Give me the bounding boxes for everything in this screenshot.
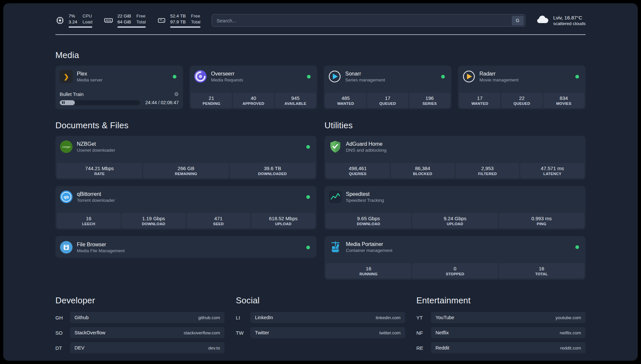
bookmark-row-reddit: RE Reddit reddit.com	[416, 342, 586, 353]
stat-upload: 9.24 Gbps UPLOAD	[412, 213, 498, 228]
service-name: AdGuard Home	[346, 141, 386, 147]
stat-label: PENDING	[192, 102, 230, 106]
service-text: Speedtest Speedtest Tracking	[346, 191, 384, 203]
bookmarks-entertainment: Entertainment YT YouTube youtube.com NF …	[416, 295, 586, 357]
disk-readout: 52.4 TB Free 97.9 TB Total	[170, 13, 200, 28]
stat-queued: 22 QUEUED	[501, 93, 542, 108]
bookmark-url: twitter.com	[379, 330, 401, 335]
disk-free-label: Free	[191, 13, 200, 19]
playback-progress-bar[interactable]	[60, 100, 140, 105]
bookmark-name: Reddit	[436, 345, 449, 350]
stat-label: AVAILABLE	[276, 102, 315, 106]
stat-label: TOTAL	[500, 272, 583, 276]
bookmark-abbr: LI	[236, 315, 250, 320]
documents-cards: nzbget NZBGet Usenet downloader 74	[55, 136, 317, 258]
bookmark-link-linkedin[interactable]: LinkedIn linkedin.com	[250, 312, 405, 323]
qbittorrent-icon-text: qb	[64, 195, 69, 199]
stat-queued: 17 QUEUED	[367, 93, 408, 108]
service-card-sonarr[interactable]: Sonarr Series management 485 WANTED 17 Q…	[324, 66, 451, 109]
stat-stopped: 0 STOPPED	[412, 263, 498, 278]
service-card-radarr[interactable]: Radarr Movie management 17 WANTED 22 QUE…	[458, 66, 586, 109]
bookmark-link-github[interactable]: Github github.com	[70, 312, 225, 323]
sonarr-stats: 485 WANTED 17 QUEUED 196 SERIES	[325, 93, 450, 108]
bookmark-link-netflix[interactable]: Netflix netflix.com	[431, 327, 586, 338]
pause-icon[interactable]	[62, 101, 65, 104]
service-card-adguard[interactable]: AdGuard Home DNS and adblocking 498,461 …	[324, 136, 586, 179]
stat-leech: 16 LEECH	[57, 213, 121, 228]
stat-value: 945	[276, 95, 315, 101]
weather-widget: Lviv, 16.87°C scattered clouds	[535, 15, 586, 26]
service-card-filebrowser[interactable]: File Browser Media File Management	[55, 236, 317, 258]
playback-time: 24:44 / 02:06:47	[145, 100, 179, 105]
gear-icon[interactable]: ⚙	[174, 92, 179, 97]
bookmark-url: stackoverflow.com	[184, 330, 220, 335]
stat-label: LATENCY	[522, 172, 583, 176]
stat-value: 86,384	[392, 166, 453, 171]
search-provider-button[interactable]: G	[512, 16, 524, 25]
stat-ping: 0.993 ms PING	[499, 213, 584, 228]
bookmark-abbr: NF	[416, 330, 431, 336]
service-desc: Media server	[77, 77, 103, 82]
qbittorrent-stats: 16 LEECH 1.19 Gbps DOWNLOAD 471 SEED	[57, 213, 315, 228]
stat-label: DOWNLOAD	[123, 222, 184, 226]
stat-value: 9.24 Gbps	[413, 216, 496, 221]
utilities-cards: AdGuard Home DNS and adblocking 498,461 …	[324, 136, 586, 280]
service-text: File Browser Media File Management	[77, 242, 125, 253]
stat-upload: 618.52 Mbps UPLOAD	[251, 213, 315, 228]
disk-total-label: Total	[191, 19, 200, 25]
top-bar: 7% CPU 3.24 Load	[55, 13, 586, 28]
stat-movies: 834 MOVIES	[543, 93, 584, 108]
search-input[interactable]	[217, 18, 512, 23]
stat-value: 266 GB	[144, 166, 227, 171]
service-text: Overseerr Media Requests	[211, 71, 243, 82]
utilities-section: Utilities	[324, 120, 586, 280]
bookmark-name: Twitter	[255, 330, 269, 335]
developer-title: Developer	[55, 295, 225, 306]
service-card-portainer[interactable]: Media Portainer Container management 16 …	[324, 236, 586, 280]
bookmarks-social: Social LI LinkedIn linkedin.com TW Twitt…	[236, 295, 405, 342]
stat-label: QUERIES	[327, 172, 388, 176]
service-text: Radarr Movie management	[479, 71, 519, 82]
bookmark-url: github.com	[198, 315, 220, 320]
stat-seed: 471 SEED	[187, 213, 251, 228]
bookmark-name: StackOverflow	[75, 330, 105, 335]
service-card-overseerr[interactable]: Overseerr Media Requests 21 PENDING 40 A…	[190, 66, 317, 109]
service-card-nzbget[interactable]: nzbget NZBGet Usenet downloader 74	[55, 136, 317, 179]
content-shell: 7% CPU 3.24 Load	[3, 3, 638, 361]
memory-total-value: 64 GiB	[117, 19, 131, 25]
bookmark-link-dev[interactable]: DEV dev.to	[70, 342, 225, 353]
bookmark-name: LinkedIn	[255, 315, 273, 320]
bookmark-link-stackoverflow[interactable]: StackOverflow stackoverflow.com	[70, 327, 225, 338]
disk-free-value: 52.4 TB	[170, 13, 186, 19]
status-dot	[307, 75, 311, 78]
bookmark-link-twitter[interactable]: Twitter twitter.com	[250, 327, 405, 338]
stat-value: 40	[234, 95, 272, 101]
filebrowser-icon	[60, 241, 73, 254]
now-playing-title: Bullet Train	[60, 92, 84, 97]
radarr-stats: 17 WANTED 22 QUEUED 834 MOVIES	[459, 93, 584, 108]
stat-value: 16	[327, 266, 410, 271]
service-desc: DNS and adblocking	[346, 148, 386, 153]
service-name: Media Portainer	[346, 241, 392, 247]
weather-text: Lviv, 16.87°C scattered clouds	[553, 15, 586, 26]
stat-value: 744.21 Mbps	[58, 166, 141, 171]
service-card-qbittorrent[interactable]: qb qBittorrent Torrent downloader	[55, 186, 317, 229]
service-card-plex[interactable]: ❯ Plex Media server Bullet Train ⚙	[55, 66, 183, 109]
status-dot	[441, 75, 445, 78]
stat-value: 2,953	[457, 166, 518, 171]
stat-value: 0	[413, 266, 496, 271]
media-section: Media ❯ Plex Media server	[55, 50, 586, 109]
bookmark-link-youtube[interactable]: YouTube youtube.com	[431, 312, 586, 323]
speedtest-stats: 9.65 Gbps DOWNLOAD 9.24 Gbps UPLOAD 0.99…	[326, 213, 584, 228]
stat-value: 618.52 Mbps	[253, 216, 314, 221]
cpu-usage-label: CPU	[82, 13, 92, 19]
sonarr-icon	[328, 70, 341, 83]
stat-wanted: 485 WANTED	[325, 93, 366, 108]
service-card-speedtest[interactable]: Speedtest Speedtest Tracking 9.65 Gbps D…	[324, 186, 586, 229]
stat-label: SERIES	[411, 102, 449, 106]
bookmark-link-reddit[interactable]: Reddit reddit.com	[431, 342, 586, 353]
stat-label: DOWNLOAD	[327, 222, 410, 226]
stat-wanted: 17 WANTED	[459, 93, 500, 108]
status-dot	[575, 75, 579, 78]
bookmark-row-stackoverflow: SO StackOverflow stackoverflow.com	[55, 327, 225, 338]
